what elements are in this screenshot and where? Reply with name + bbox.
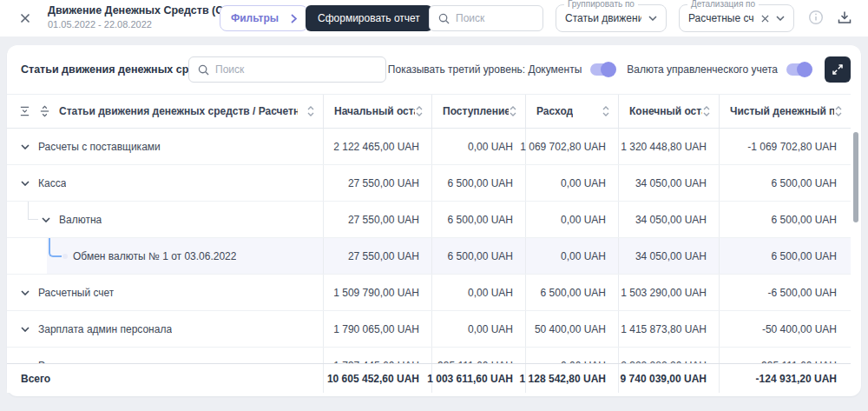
cashflow-table: Статьи движения денежных средств / Расче… [7,94,851,393]
row-label: Валютна [59,214,102,226]
cell-outflow: 6 500,00 UAH [525,275,618,310]
cell-inflow: 6 500,00 UAH [431,202,525,237]
column-header-inflow: Поступление [443,105,509,117]
table-row[interactable]: Расчетный счет 1 509 790,00 UAH 0,00 UAH… [7,275,851,311]
group-by-value: Статьи движения д [565,12,641,24]
total-label: Всего [7,364,323,393]
search-input[interactable] [456,12,534,24]
topbar: Движение Денежных Средств (Cash flow) 01… [0,0,868,36]
table-search-input[interactable] [215,63,377,76]
cell-netflow: -1 069 702,80 UAH [719,129,851,164]
cell-opening: 2 122 465,00 UAH [323,129,431,164]
row-chevron-down-icon[interactable] [21,327,30,332]
cell-closing: 1 415 873,80 UAH [618,311,719,347]
column-header-netflow: Чистый денежный поток [730,105,834,117]
total-row: Всего 10 605 452,60 UAH 1 003 611,60 UAH… [7,363,851,393]
total-opening: 10 605 452,60 UAH [323,364,431,393]
cell-netflow: 935 111,60 UAH [719,348,851,363]
chevron-down-icon[interactable] [648,16,657,21]
expand-all-icon[interactable] [39,105,50,117]
table-row[interactable]: Валютна 27 550,00 UAH 6 500,00 UAH 0,00 … [7,202,851,238]
cell-outflow: 50 400,00 UAH [525,311,618,347]
clear-icon[interactable] [761,15,769,23]
cell-opening: 1 509 790,00 UAH [323,275,431,310]
cell-opening: 27 550,00 UAH [323,202,431,237]
close-icon[interactable] [18,11,32,25]
download-icon[interactable] [837,10,854,27]
cell-inflow: 0,00 UAH [431,275,525,310]
table-search[interactable] [188,56,386,83]
collapse-all-icon[interactable] [19,105,30,117]
cell-inflow: 935 111,60 UAH [431,348,525,363]
cell-outflow: 0,00 UAH [525,202,618,237]
row-label: Расчеты с поставщиками [38,141,161,153]
row-label: Касса [38,177,66,189]
row-chevron-down-icon[interactable] [21,290,30,295]
group-by-label: Группировать по [564,0,638,9]
column-header-name: Статьи движения денежных средств / Расче… [59,105,298,117]
cell-netflow: 6 500,00 UAH [719,202,851,237]
cell-closing: 34 050,00 UAH [618,165,719,201]
cell-inflow: 0,00 UAH [431,129,525,164]
cell-opening: 1 790 065,00 UAH [323,311,431,347]
row-chevron-down-icon[interactable] [21,181,30,186]
cell-opening: 1 737 445,60 UAH [323,348,431,363]
cell-netflow: 6 500,00 UAH [719,238,851,274]
cell-closing: 2 322 282,20 UAH [618,348,719,363]
cell-inflow: 6 500,00 UAH [431,238,525,274]
currency-toggle[interactable] [786,63,811,76]
fullscreen-button[interactable] [825,56,851,83]
table-row[interactable]: Зарплата админ персонала 1 790 065,00 UA… [7,311,851,348]
generate-report-button[interactable]: Сформировать отчет [306,5,432,31]
document-dot-icon [62,254,68,259]
chevron-right-icon [291,14,297,23]
table-row[interactable]: Обмен валюты № 1 от 03.06.2022 27 550,00… [7,238,851,275]
sort-icon[interactable] [602,105,610,117]
cell-netflow: -50 400,00 UAH [719,311,851,347]
chevron-down-icon[interactable] [776,16,785,21]
total-closing: 9 740 039,00 UAH [618,364,719,393]
cell-outflow: 0,00 UAH [525,165,618,201]
vertical-scrollbar[interactable] [853,132,858,222]
table-body: Расчеты с поставщиками 2 122 465,00 UAH … [7,129,851,363]
card-toolbar: Статьи движения денежных средств Показыв… [7,45,861,94]
sort-icon[interactable] [306,105,315,117]
row-label: Расчетный счет [38,287,114,299]
search-icon [198,64,209,76]
total-inflow: 1 003 611,60 UAH [431,364,525,393]
row-label: Зарплата админ персонала [38,323,172,335]
search-icon [438,13,450,24]
sort-icon[interactable] [702,105,711,117]
filters-label: Фильтры [231,12,279,24]
cell-opening: 27 550,00 UAH [323,238,431,274]
cell-closing: 1 503 290,00 UAH [618,275,719,310]
detail-by-label: Детализация по [687,0,759,9]
sort-icon[interactable] [834,105,843,117]
third-level-toggle-label: Показывать третий уровень: Документы [388,63,582,76]
row-chevron-down-icon[interactable] [21,363,30,364]
total-netflow: -124 931,20 UAH [719,364,851,393]
report-card: Статьи движения денежных средств Показыв… [7,45,861,396]
sort-icon[interactable] [509,105,517,117]
third-level-toggle[interactable] [590,63,615,76]
detail-by-select[interactable]: Детализация по Расчетные счета/к [679,4,794,32]
row-chevron-down-icon[interactable] [42,217,50,222]
filters-button[interactable]: Фильтры [220,5,308,31]
topbar-search[interactable] [429,5,543,31]
table-row[interactable]: Расчеты с поставщиками 2 122 465,00 UAH … [7,129,851,165]
row-label: Расчеты с покупателями [38,360,157,364]
cell-closing: 1 320 448,80 UAH [618,129,719,164]
cell-outflow: 1 069 702,80 UAH [525,129,618,164]
cell-outflow: 0,00 UAH [525,348,618,363]
row-label: Обмен валюты № 1 от 03.06.2022 [73,250,236,262]
cell-netflow: -6 500,00 UAH [719,275,851,310]
expand-icon [832,63,844,76]
currency-toggle-label: Валюта управленческого учета [627,63,778,76]
group-by-select[interactable]: Группировать по Статьи движения д [556,4,667,32]
cell-opening: 27 550,00 UAH [323,165,431,201]
sort-icon[interactable] [415,105,424,117]
table-row[interactable]: Касса 27 550,00 UAH 6 500,00 UAH 0,00 UA… [7,165,851,202]
info-icon[interactable] [808,10,825,27]
table-row[interactable]: Расчеты с покупателями 1 737 445,60 UAH … [7,348,851,363]
row-chevron-down-icon[interactable] [21,144,30,149]
